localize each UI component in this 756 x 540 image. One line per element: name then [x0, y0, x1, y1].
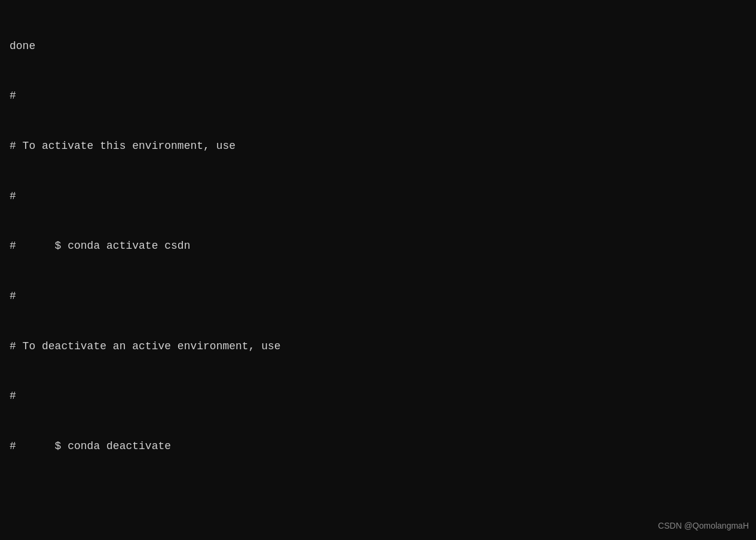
line-deactivate-cmd: # $ conda deactivate: [10, 438, 746, 455]
line-deactivate-comment: # To deactivate an active environment, u…: [10, 338, 746, 355]
line-blank1: [10, 489, 746, 505]
line-hash4: #: [10, 388, 746, 405]
terminal-output: done # # To activate this environment, u…: [10, 5, 746, 540]
line-hash1: #: [10, 88, 746, 105]
line-done: done: [10, 38, 746, 55]
line-hash2: #: [10, 188, 746, 205]
line-activate-cmd: # $ conda activate csdn: [10, 238, 746, 255]
line-hash3: #: [10, 288, 746, 305]
line-activate-comment: # To activate this environment, use: [10, 138, 746, 155]
watermark: CSDN @QomolangmaH: [658, 520, 749, 533]
